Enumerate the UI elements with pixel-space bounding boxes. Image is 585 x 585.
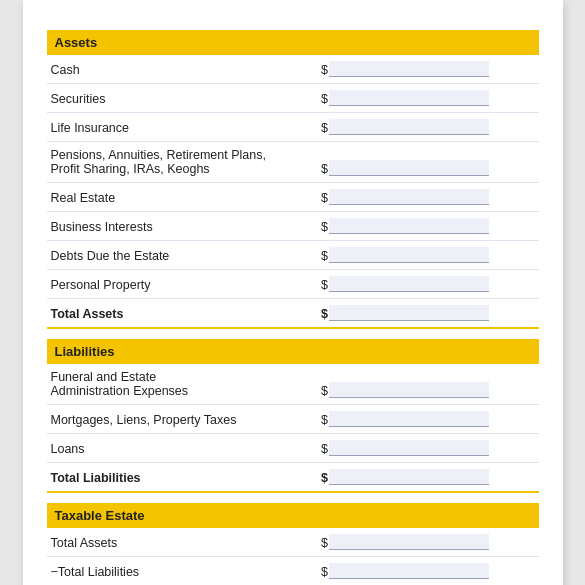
dollar-sign: $ — [321, 63, 328, 77]
row-value-2-0: $ — [317, 528, 538, 557]
row-label-1-3: Total Liabilities — [47, 463, 318, 493]
value-input-0-8[interactable] — [329, 305, 489, 321]
value-input-0-5[interactable] — [329, 218, 489, 234]
row-label-0-2: Life Insurance — [47, 113, 318, 142]
value-input-2-0[interactable] — [329, 534, 489, 550]
row-value-1-3: $ — [317, 463, 538, 493]
row-label-0-1: Securities — [47, 84, 318, 113]
dollar-sign: $ — [321, 565, 328, 579]
value-input-0-2[interactable] — [329, 119, 489, 135]
section-table-0: Cash$Securities$Life Insurance$Pensions,… — [47, 55, 539, 329]
value-input-2-1[interactable] — [329, 563, 489, 579]
dollar-sign: $ — [321, 471, 328, 485]
row-label-0-3: Pensions, Annuities, Retirement Plans,Pr… — [47, 142, 318, 183]
card: AssetsCash$Securities$Life Insurance$Pen… — [23, 0, 563, 585]
row-value-2-1: $ — [317, 557, 538, 586]
table-row: −Total Liabilities$ — [47, 557, 539, 586]
value-input-0-1[interactable] — [329, 90, 489, 106]
row-label-0-8: Total Assets — [47, 299, 318, 329]
value-input-1-1[interactable] — [329, 411, 489, 427]
table-row: Mortgages, Liens, Property Taxes$ — [47, 405, 539, 434]
value-input-0-7[interactable] — [329, 276, 489, 292]
section-table-2: Total Assets$−Total Liabilities$ — [47, 528, 539, 585]
table-row: Cash$ — [47, 55, 539, 84]
table-row: Total Assets$ — [47, 299, 539, 329]
section-header-0: Assets — [47, 30, 539, 55]
dollar-sign: $ — [321, 162, 328, 176]
table-row: Business Interests$ — [47, 212, 539, 241]
value-input-0-3[interactable] — [329, 160, 489, 176]
row-value-0-7: $ — [317, 270, 538, 299]
table-row: Total Assets$ — [47, 528, 539, 557]
section-table-1: Funeral and EstateAdministration Expense… — [47, 364, 539, 493]
row-label-2-1: −Total Liabilities — [47, 557, 318, 586]
dollar-sign: $ — [321, 92, 328, 106]
value-input-0-4[interactable] — [329, 189, 489, 205]
row-value-0-6: $ — [317, 241, 538, 270]
row-value-1-2: $ — [317, 434, 538, 463]
row-value-1-1: $ — [317, 405, 538, 434]
row-label-1-0: Funeral and EstateAdministration Expense… — [47, 364, 318, 405]
dollar-sign: $ — [321, 413, 328, 427]
row-value-0-0: $ — [317, 55, 538, 84]
dollar-sign: $ — [321, 384, 328, 398]
value-input-1-2[interactable] — [329, 440, 489, 456]
table-row: Debts Due the Estate$ — [47, 241, 539, 270]
table-row: Pensions, Annuities, Retirement Plans,Pr… — [47, 142, 539, 183]
row-value-0-2: $ — [317, 113, 538, 142]
dollar-sign: $ — [321, 442, 328, 456]
dollar-sign: $ — [321, 220, 328, 234]
table-row: Personal Property$ — [47, 270, 539, 299]
table-row: Life Insurance$ — [47, 113, 539, 142]
section-header-1: Liabilities — [47, 339, 539, 364]
table-row: Real Estate$ — [47, 183, 539, 212]
row-label-0-4: Real Estate — [47, 183, 318, 212]
table-row: Loans$ — [47, 434, 539, 463]
dollar-sign: $ — [321, 307, 328, 321]
table-row: Securities$ — [47, 84, 539, 113]
dollar-sign: $ — [321, 191, 328, 205]
value-input-0-0[interactable] — [329, 61, 489, 77]
row-value-1-0: $ — [317, 364, 538, 405]
row-label-0-6: Debts Due the Estate — [47, 241, 318, 270]
row-value-0-5: $ — [317, 212, 538, 241]
row-label-2-0: Total Assets — [47, 528, 318, 557]
value-input-1-3[interactable] — [329, 469, 489, 485]
dollar-sign: $ — [321, 121, 328, 135]
dollar-sign: $ — [321, 249, 328, 263]
row-label-1-2: Loans — [47, 434, 318, 463]
row-label-0-5: Business Interests — [47, 212, 318, 241]
value-input-0-6[interactable] — [329, 247, 489, 263]
row-label-1-1: Mortgages, Liens, Property Taxes — [47, 405, 318, 434]
table-row: Funeral and EstateAdministration Expense… — [47, 364, 539, 405]
row-value-0-3: $ — [317, 142, 538, 183]
row-value-0-8: $ — [317, 299, 538, 329]
dollar-sign: $ — [321, 278, 328, 292]
dollar-sign: $ — [321, 536, 328, 550]
row-label-0-7: Personal Property — [47, 270, 318, 299]
table-row: Total Liabilities$ — [47, 463, 539, 493]
section-header-2: Taxable Estate — [47, 503, 539, 528]
row-value-0-1: $ — [317, 84, 538, 113]
value-input-1-0[interactable] — [329, 382, 489, 398]
row-value-0-4: $ — [317, 183, 538, 212]
row-label-0-0: Cash — [47, 55, 318, 84]
